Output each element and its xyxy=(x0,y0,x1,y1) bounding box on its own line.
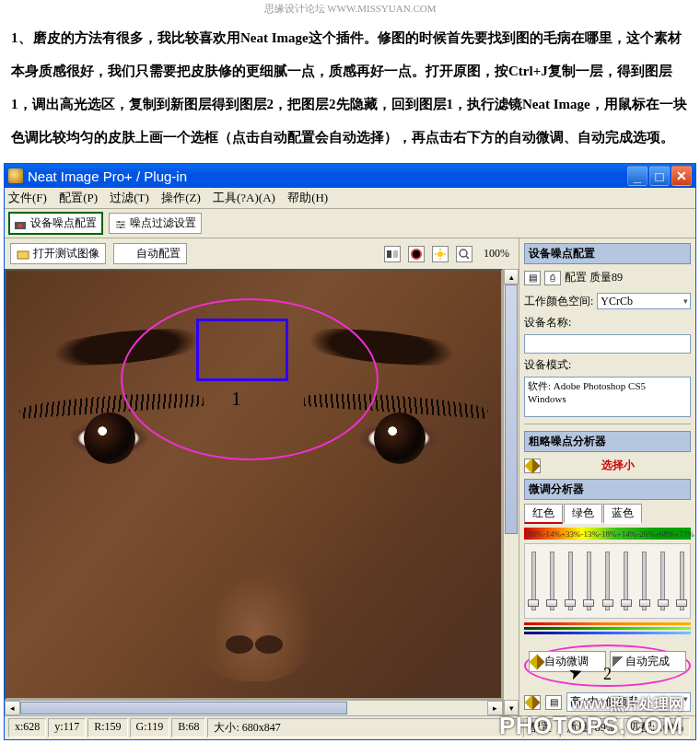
close-button[interactable]: ✕ xyxy=(671,166,692,186)
bar-val: -14% xyxy=(543,529,562,539)
auto-complete-button[interactable]: 自动完成 xyxy=(610,651,687,672)
scroll-up-button[interactable]: ▴ xyxy=(504,269,519,285)
workspace-value: YCrCb xyxy=(601,295,633,308)
svg-point-1 xyxy=(18,223,23,227)
vslider[interactable] xyxy=(527,548,540,614)
scrollbar-horizontal[interactable]: ◂ ▸ xyxy=(5,700,503,715)
bar-val: -13% xyxy=(581,529,600,539)
doc-icon[interactable]: ▤ xyxy=(524,271,541,285)
vslider[interactable] xyxy=(675,548,688,614)
brightness-icon[interactable] xyxy=(432,246,449,262)
scroll-h-track[interactable] xyxy=(20,701,487,715)
devicename-label: 设备名称: xyxy=(524,315,691,331)
image-canvas[interactable]: 1 xyxy=(5,269,503,700)
app-icon xyxy=(8,168,23,183)
page-header-watermark: 思缘设计论坛 WWW.MISSYUAN.COM xyxy=(0,0,700,17)
vslider[interactable] xyxy=(601,548,614,614)
svg-rect-8 xyxy=(18,251,29,259)
tab-blue[interactable]: 蓝色 xyxy=(603,504,642,524)
main-tabbar: 设备噪点配置 噪点过滤设置 xyxy=(5,209,695,238)
bar-val: +33% xyxy=(561,529,581,539)
scroll-down-button[interactable]: ▾ xyxy=(504,700,519,715)
status-size: 大小: 680x847 xyxy=(207,718,521,738)
status-b: B:68 xyxy=(171,718,205,738)
pencil-icon[interactable] xyxy=(524,695,541,710)
app-window: Neat Image Pro+ / Plug-in _ □ ✕ 文件(F) 配置… xyxy=(4,163,696,740)
vslider[interactable] xyxy=(657,548,670,614)
status-g: G:119 xyxy=(130,718,170,738)
scroll-h-thumb[interactable] xyxy=(20,702,347,714)
scrollbar-vertical[interactable]: ▴ ▾ xyxy=(503,269,519,715)
menu-file[interactable]: 文件(F) xyxy=(8,191,47,204)
zoom-value: 100% xyxy=(480,247,513,261)
pencil-icon xyxy=(530,654,545,669)
zoom-icon[interactable] xyxy=(456,246,472,262)
scroll-v-track[interactable] xyxy=(504,285,519,700)
config-quality-label: 配置 质量89 xyxy=(565,270,623,285)
window-title: Neat Image Pro+ / Plug-in xyxy=(28,168,187,184)
titlebar[interactable]: Neat Image Pro+ / Plug-in _ □ ✕ xyxy=(5,164,695,188)
workspace-combo[interactable]: YCrCb xyxy=(597,293,691,309)
annotation-ellipse-2: 自动微调 自动完成 ➤ 2 xyxy=(524,645,691,687)
vslider[interactable] xyxy=(545,548,558,614)
menu-config[interactable]: 配置(P) xyxy=(59,191,98,204)
devicename-input[interactable] xyxy=(524,334,691,354)
scroll-left-button[interactable]: ◂ xyxy=(5,701,20,715)
menu-help[interactable]: 帮助(H) xyxy=(287,191,328,204)
menu-operation[interactable]: 操作(Z) xyxy=(161,191,201,204)
disk-icon[interactable]: ⎙ xyxy=(544,271,561,285)
doc-icon[interactable]: ▤ xyxy=(545,695,562,710)
maximize-button[interactable]: □ xyxy=(649,166,670,186)
vslider[interactable] xyxy=(620,548,633,614)
channel-tabs: 红色 绿色 蓝色 xyxy=(524,504,691,524)
tutorial-step-text: 1、磨皮的方法有很多，我比较喜欢用Neat Image这个插件。修图的时候首先要… xyxy=(0,17,700,163)
tab-noise-label: 噪点过滤设置 xyxy=(130,215,196,231)
menu-filter[interactable]: 过滤(T) xyxy=(110,191,149,204)
svg-rect-9 xyxy=(387,250,391,258)
menu-tool[interactable]: 工具(?A)(A) xyxy=(213,191,275,204)
scroll-v-thumb[interactable] xyxy=(505,285,518,534)
auto-label: 自动配置 xyxy=(136,246,181,261)
svg-rect-5 xyxy=(118,221,120,223)
minimize-button[interactable]: _ xyxy=(627,166,648,186)
tab-device-label: 设备噪点配置 xyxy=(30,215,97,231)
open-test-image-button[interactable]: 打开测试图像 xyxy=(10,243,106,264)
vslider[interactable] xyxy=(564,548,577,614)
annotation-label-1: 1 xyxy=(231,387,241,411)
devicemode-label: 设备模式: xyxy=(524,357,691,373)
pencil-icon[interactable] xyxy=(524,459,541,473)
fine-sliders xyxy=(524,543,691,619)
status-match: 匹配: 100% xyxy=(624,718,690,738)
rough-warning: 选择小 xyxy=(544,458,691,473)
tab-red[interactable]: 红色 xyxy=(524,504,563,524)
tab-green[interactable]: 绿色 xyxy=(564,504,602,524)
folder-icon xyxy=(17,248,29,261)
device-noise-panel-title: 设备噪点配置 xyxy=(524,243,691,264)
sliders-icon xyxy=(114,219,127,228)
frequency-value: 高+中+低频率 xyxy=(570,695,638,708)
vslider[interactable] xyxy=(582,548,595,614)
svg-line-19 xyxy=(466,256,469,259)
camera-icon xyxy=(15,219,28,228)
toolbar: 打开测试图像 自动配置 100% xyxy=(5,238,519,269)
scroll-right-button[interactable]: ▸ xyxy=(487,701,503,715)
menubar: 文件(F) 配置(P) 过滤(T) 操作(Z) 工具(?A)(A) 帮助(H) xyxy=(5,188,695,209)
devicemode-value: 软件: Adobe Photoshop CS5 Windows xyxy=(524,377,691,417)
auto-config-button[interactable]: 自动配置 xyxy=(113,243,187,264)
svg-point-13 xyxy=(438,251,443,257)
gradient-readout: -88% -14% +33% -13% -18% +14% -26% +68% … xyxy=(524,528,691,540)
compare-icon[interactable] xyxy=(384,246,401,262)
tab-noise-filter[interactable]: 噪点过滤设置 xyxy=(109,213,202,234)
open-label: 打开测试图像 xyxy=(33,246,99,261)
bar-val: +68% xyxy=(655,529,675,539)
color-wheel-icon[interactable] xyxy=(408,246,425,262)
svg-rect-7 xyxy=(120,226,122,228)
svg-rect-6 xyxy=(122,224,123,226)
workspace-label: 工作颜色空间: xyxy=(524,294,593,309)
vslider[interactable] xyxy=(638,548,651,614)
rgb-stripes xyxy=(524,622,691,639)
status-x: x:628 xyxy=(8,718,46,738)
frequency-combo[interactable]: 高+中+低频率 xyxy=(566,692,691,712)
tab-device-noise[interactable]: 设备噪点配置 xyxy=(8,212,103,235)
selection-rect[interactable] xyxy=(196,319,288,381)
